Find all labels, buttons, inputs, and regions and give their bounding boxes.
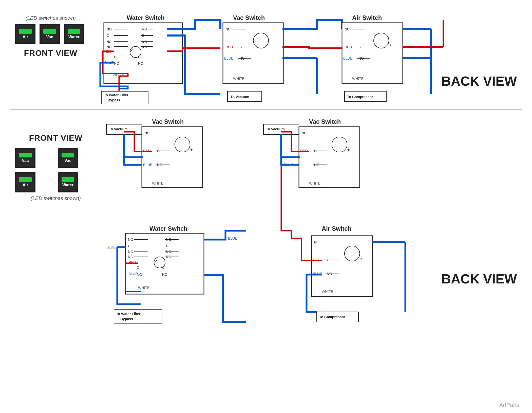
svg-text:BLUE: BLUE (228, 236, 237, 240)
svg-text:NC: NC (106, 40, 111, 44)
switch-water-bottom: Water (58, 172, 78, 192)
svg-text:NO: NO (128, 238, 133, 242)
svg-text:To Water Filter: To Water Filter (116, 312, 141, 316)
svg-text:+: + (389, 42, 392, 48)
led-water-bottom (62, 177, 74, 182)
switch-air-label: Air (23, 35, 28, 39)
switch-air-top: Air (15, 24, 35, 44)
svg-rect-124 (312, 236, 372, 297)
svg-text:C: C (138, 55, 141, 59)
page: (LED switches shown) Air Vac Water FRONT… (0, 0, 532, 413)
svg-text:NC: NC (142, 45, 147, 49)
svg-text:WHITE: WHITE (113, 73, 124, 77)
vac-switch1-title-bottom: Vac Switch (152, 119, 184, 125)
air-switch-title-bottom: Air Switch (322, 225, 351, 232)
svg-text:RED: RED (313, 258, 320, 262)
svg-rect-67 (142, 127, 203, 188)
switch-air-label: Air (23, 183, 28, 187)
svg-text:NC: NC (301, 131, 307, 135)
svg-text:+: + (269, 42, 272, 48)
led-label-top: (LED switches shown) (15, 15, 86, 21)
svg-text:RED: RED (345, 45, 352, 49)
led-vac1-bottom (19, 153, 32, 157)
section-divider (10, 109, 522, 110)
svg-text:Bypass: Bypass (120, 317, 133, 321)
svg-text:NC: NC (314, 240, 319, 244)
svg-text:To Vacuum: To Vacuum (266, 127, 285, 131)
svg-text:WHITE: WHITE (152, 181, 163, 185)
svg-text:WHITE: WHITE (322, 290, 333, 294)
svg-text:C: C (114, 55, 117, 59)
water-switch-title-bottom: Water Switch (149, 225, 187, 232)
svg-text:WHITE: WHITE (138, 286, 149, 290)
svg-text:RED: RED (128, 260, 136, 264)
svg-text:WHITE: WHITE (309, 181, 320, 185)
svg-text:NC: NC (106, 45, 111, 49)
svg-text:C: C (162, 265, 165, 270)
svg-text:NC: NC (144, 131, 149, 135)
svg-text:BLUE: BLUE (343, 56, 353, 60)
svg-text:BLUE: BLUE (106, 245, 116, 249)
svg-text:+: + (190, 147, 193, 153)
switch-row-top: Air Vac Water (15, 24, 86, 44)
svg-text:NC: NC (128, 255, 133, 259)
top-section: (LED switches shown) Air Vac Water FRONT… (0, 0, 532, 109)
svg-text:Bypass: Bypass (108, 98, 120, 102)
svg-text:RED: RED (225, 45, 233, 49)
svg-text:RED: RED (300, 149, 308, 153)
svg-text:NO: NO (114, 61, 119, 65)
svg-text:C: C (106, 33, 109, 38)
switch-vac2-label: Vac (64, 158, 71, 163)
svg-text:To Vacuum: To Vacuum (109, 127, 128, 131)
svg-text:NO: NO (162, 273, 167, 277)
artparts-watermark: ArtParts (499, 402, 519, 408)
svg-text:To Vacuum: To Vacuum (231, 95, 249, 99)
svg-text:BLUE: BLUE (224, 56, 234, 60)
led-vac2-bottom (62, 153, 74, 157)
switch-water-label: Water (68, 35, 80, 39)
svg-rect-46 (342, 23, 403, 84)
wiring-svg-bottom: To Vacuum Vac Switch NC RED C NO + (101, 119, 517, 398)
switch-vac-top: Vac (40, 24, 60, 44)
water-switch-title-top: Water Switch (127, 14, 165, 21)
svg-rect-30 (223, 23, 284, 84)
led-label-bottom: (LED switches shown) (15, 195, 96, 201)
led-water-top (68, 29, 80, 34)
svg-text:+: + (360, 256, 363, 262)
vac-switch2-title-bottom: Vac Switch (309, 119, 341, 125)
front-view-title-top: FRONT VIEW (15, 48, 86, 58)
svg-text:BLUE: BLUE (128, 272, 138, 276)
vac-switch-title-top: Vac Switch (233, 14, 265, 21)
svg-rect-120 (114, 309, 162, 323)
front-view-title-bottom: FRONT VIEW (15, 133, 96, 143)
svg-text:NC: NC (225, 27, 231, 31)
front-view-top-panel: (LED switches shown) Air Vac Water FRONT… (15, 15, 86, 58)
air-switch-title-top: Air Switch (352, 14, 382, 21)
svg-text:NC: NC (345, 27, 350, 31)
switch-vac1-label: Vac (22, 158, 29, 163)
switch-vac1-bottom: Vac (15, 148, 35, 168)
led-air-top (19, 29, 32, 34)
svg-text:RED: RED (143, 149, 151, 153)
bottom-section: FRONT VIEW Vac Vac Air Water (0, 114, 532, 413)
wiring-diagram-top: Water Switch NO C NC NC NO C NC NC (89, 8, 507, 106)
svg-text:NC: NC (128, 250, 133, 254)
svg-text:+: + (347, 147, 350, 153)
switch-water-label: Water (62, 183, 73, 187)
front-view-bottom-panel: FRONT VIEW Vac Vac Air Water (15, 129, 96, 204)
svg-rect-81 (299, 127, 360, 188)
svg-text:To Water Filter: To Water Filter (104, 93, 128, 97)
switch-water-top: Water (64, 24, 84, 44)
svg-text:WHITE: WHITE (352, 77, 364, 81)
svg-text:To Compressor: To Compressor (347, 95, 373, 99)
switch-air-bottom: Air (15, 172, 35, 192)
svg-text:NC: NC (142, 40, 147, 44)
svg-text:NO: NO (138, 61, 143, 65)
svg-text:C: C (128, 244, 130, 248)
switch-vac-label: Vac (46, 35, 53, 39)
wiring-svg-top: Water Switch NO C NC NC NO C NC NC (89, 8, 507, 106)
switch-grid-bottom: Vac Vac Air Water (15, 148, 96, 192)
switch-vac2-bottom: Vac (58, 148, 78, 168)
wiring-diagram-bottom: To Vacuum Vac Switch NC RED C NO + (101, 119, 517, 398)
svg-text:BLUE: BLUE (143, 163, 153, 167)
